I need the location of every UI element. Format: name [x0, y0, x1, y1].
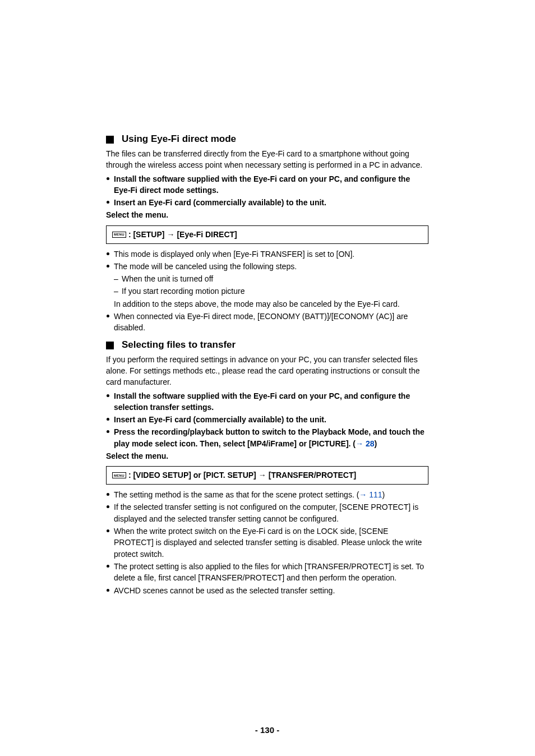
select-menu-label: Select the menu. — [106, 209, 428, 220]
page-ref-arrow: → — [359, 490, 369, 499]
note-bullet: If the selected transfer setting is not … — [106, 501, 428, 524]
arrow-icon: → — [167, 230, 174, 239]
instruction-bullet: Insert an Eye-Fi card (commercially avai… — [106, 197, 428, 208]
sub-note-plain: In addition to the steps above, the mode… — [106, 298, 428, 310]
document-page: Using Eye-Fi direct mode The files can b… — [0, 0, 535, 756]
page-ref-link[interactable]: 28 — [366, 439, 375, 448]
intro-paragraph: If you perform the required settings in … — [106, 354, 428, 388]
instruction-bullet: Install the software supplied with the E… — [106, 173, 428, 196]
note-bullet: When the write protect switch on the Eye… — [106, 525, 428, 560]
menu-path-segment: : [VIDEO SETUP] or [PICT. SETUP] — [128, 471, 256, 480]
menu-path-box: MENU : [VIDEO SETUP] or [PICT. SETUP] → … — [106, 466, 428, 485]
page-number: - 130 - — [106, 725, 428, 735]
square-bullet-icon — [106, 342, 114, 349]
instruction-bullet: Press the recording/playback button to s… — [106, 426, 428, 449]
note-bullet: The setting method is the same as that f… — [106, 489, 428, 500]
arrow-icon: → — [259, 471, 266, 480]
menu-icon: MENU — [112, 232, 126, 238]
heading-text: Selecting files to transfer — [122, 339, 236, 351]
heading-text: Using Eye-Fi direct mode — [122, 133, 236, 145]
menu-path-segment: [Eye-Fi DIRECT] — [177, 230, 237, 239]
instruction-text: Press the recording/playback button to s… — [114, 427, 425, 448]
menu-icon: MENU — [112, 472, 126, 478]
note-bullet: This mode is displayed only when [Eye-Fi… — [106, 248, 428, 260]
select-menu-label: Select the menu. — [106, 450, 428, 462]
page-ref-arrow: → — [356, 439, 366, 448]
note-bullet: When connected via Eye-Fi direct mode, [… — [106, 311, 428, 334]
page-ref-link[interactable]: 111 — [369, 490, 382, 499]
note-text: The setting method is the same as that f… — [114, 490, 359, 499]
menu-path-segment: [TRANSFER/PROTECT] — [269, 471, 356, 480]
menu-path-segment: : [SETUP] — [128, 230, 165, 239]
instruction-bullet: Install the software supplied with the E… — [106, 390, 428, 413]
sub-note: When the unit is turned off — [106, 273, 428, 284]
close-paren: ) — [382, 490, 385, 499]
menu-path-box: MENU : [SETUP] → [Eye-Fi DIRECT] — [106, 225, 428, 244]
section-heading-selecting-files: Selecting files to transfer — [106, 339, 428, 351]
sub-note: If you start recording motion picture — [106, 285, 428, 297]
square-bullet-icon — [106, 136, 114, 144]
instruction-bullet: Insert an Eye-Fi card (commercially avai… — [106, 414, 428, 425]
intro-paragraph: The files can be transferred directly fr… — [106, 148, 428, 171]
note-bullet: AVCHD scenes cannot be used as the selec… — [106, 585, 428, 596]
section-heading-eyefi-direct: Using Eye-Fi direct mode — [106, 133, 428, 145]
note-bullet: The protect setting is also applied to t… — [106, 561, 428, 584]
close-paren: ) — [374, 439, 377, 448]
note-bullet: The mode will be canceled using the foll… — [106, 261, 428, 272]
